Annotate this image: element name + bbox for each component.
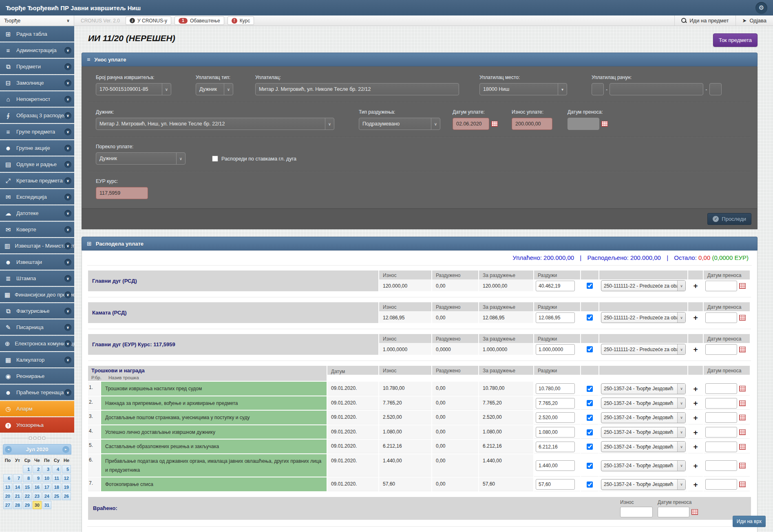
sidebar-item-alarm[interactable]: ◷Аларм xyxy=(0,401,74,416)
sidebar-item-administracija[interactable]: ≡Администрација∨ xyxy=(0,42,74,58)
chevron-down-icon[interactable]: ∨ xyxy=(64,210,71,217)
chevron-down-icon[interactable]: ∨ xyxy=(64,291,71,298)
calendar-day[interactable]: 14 xyxy=(13,483,22,491)
calendar-day[interactable]: 27 xyxy=(3,501,12,509)
account-select[interactable]: 250-1357-24 - Ђорђе Јездовић∨ xyxy=(601,383,686,394)
calendar-icon[interactable] xyxy=(739,315,746,321)
sidebar-item-datoteke[interactable]: ☁Датотеке∨ xyxy=(0,205,74,221)
chevron-down-icon[interactable]: ∨ xyxy=(64,47,71,54)
include-checkbox[interactable] xyxy=(587,481,593,488)
payer-account-part2-input[interactable] xyxy=(610,83,703,95)
payment-amount-input[interactable] xyxy=(512,118,552,130)
calendar-icon[interactable] xyxy=(601,121,608,127)
sidebar-item-fakturisanje[interactable]: ⧉Фактурисање∨ xyxy=(0,303,74,319)
kurs-button[interactable]: ! Курс xyxy=(227,16,254,25)
calendar-day[interactable]: 2 xyxy=(33,465,42,473)
chevron-down-icon[interactable]: ∨ xyxy=(64,79,71,86)
discharge-input[interactable] xyxy=(536,460,575,471)
calendar-icon[interactable] xyxy=(691,509,698,515)
transfer-date-input[interactable] xyxy=(705,460,737,471)
returned-transfer-date-input[interactable] xyxy=(658,507,689,517)
sidebar-item-nepokretnost[interactable]: ⌂Непокретност∨ xyxy=(0,91,74,107)
calendar-day[interactable]: 19 xyxy=(62,483,71,491)
include-checkbox[interactable] xyxy=(587,400,593,406)
chevron-down-icon[interactable]: ∨ xyxy=(64,389,71,396)
include-checkbox[interactable] xyxy=(587,429,593,435)
calendar-icon[interactable] xyxy=(739,444,746,450)
calendar-day[interactable]: 29 xyxy=(23,501,32,509)
sidebar-item-ekspedicija[interactable]: ✉Експедиција∨ xyxy=(0,189,74,204)
add-account-button[interactable]: + xyxy=(693,443,698,451)
add-account-button[interactable]: + xyxy=(693,429,698,436)
payer-type-select[interactable]: Дужник ∨ xyxy=(196,83,233,95)
go-to-case-button[interactable]: Иди на предмет xyxy=(674,15,735,26)
calendar-day[interactable]: 21 xyxy=(13,492,22,500)
chevron-down-icon[interactable]: ∨ xyxy=(64,128,71,135)
add-account-button[interactable]: + xyxy=(693,414,698,422)
calendar-day[interactable]: 1 xyxy=(23,465,32,473)
calendar-prev-button[interactable]: ◄ xyxy=(5,446,12,453)
sidebar-item-predmeti[interactable]: ⧉Предмети∨ xyxy=(0,59,74,74)
transfer-date-input[interactable] xyxy=(705,427,737,437)
calendar-icon[interactable] xyxy=(739,400,746,406)
calendar-day[interactable]: 9 xyxy=(33,474,42,482)
add-account-button[interactable]: + xyxy=(693,282,698,290)
calendar-day-selected[interactable]: 30 xyxy=(33,501,42,509)
sidebar-item-finansijski-deo[interactable]: ▦Финансијски део предмета∨ xyxy=(0,287,74,302)
discharge-input[interactable] xyxy=(536,312,575,323)
sidebar-item-koverte[interactable]: ✉Коверте∨ xyxy=(0,222,74,237)
sidebar-item-grupne-akcije[interactable]: ☻Групне акције∨ xyxy=(0,140,74,156)
calendar-day[interactable]: 24 xyxy=(42,492,51,500)
calendar-day[interactable]: 26 xyxy=(62,492,71,500)
calendar-day[interactable]: 10 xyxy=(42,474,51,482)
include-checkbox[interactable] xyxy=(587,346,593,352)
add-account-button[interactable]: + xyxy=(693,462,698,470)
include-checkbox[interactable] xyxy=(587,444,593,450)
add-account-button[interactable]: + xyxy=(693,314,698,321)
add-account-button[interactable]: + xyxy=(693,481,698,488)
transfer-date-input[interactable] xyxy=(705,412,737,423)
calendar-day[interactable]: 17 xyxy=(42,483,51,491)
discharge-input[interactable] xyxy=(536,281,575,291)
sidebar-item-kretanje-predmeta[interactable]: ⤢Кретање предмета∨ xyxy=(0,173,74,188)
calendar-day[interactable]: 23 xyxy=(33,492,42,500)
user-select[interactable]: Ђорђе ∨ xyxy=(0,15,74,26)
discharge-input[interactable] xyxy=(536,398,575,409)
calendar-icon[interactable] xyxy=(739,415,746,420)
sidebar-item-obrazac-3[interactable]: ∮Образац 3 расподела∨ xyxy=(0,108,74,123)
calendar-icon[interactable] xyxy=(739,386,746,391)
transfer-date-input[interactable] xyxy=(705,398,737,409)
include-checkbox[interactable] xyxy=(587,314,593,321)
calendar-day[interactable]: 28 xyxy=(13,501,22,509)
eur-rate-input[interactable] xyxy=(96,187,148,199)
transfer-date-input[interactable] xyxy=(705,312,737,323)
transfer-date-input[interactable] xyxy=(705,344,737,355)
calendar-day[interactable]: 5 xyxy=(62,465,71,473)
chevron-down-icon[interactable]: ∨ xyxy=(64,226,71,233)
debtor-select[interactable]: Митар Ј. Митровић, Ниш, ул. Николе Тесле… xyxy=(96,118,334,130)
payment-date-input[interactable] xyxy=(453,118,489,130)
calendar-day[interactable]: 15 xyxy=(23,483,32,491)
chevron-down-icon[interactable]: ∨ xyxy=(64,145,71,152)
chevron-down-icon[interactable]: ∨ xyxy=(64,259,71,266)
calendar-day[interactable]: 11 xyxy=(52,474,61,482)
include-checkbox[interactable] xyxy=(587,386,593,392)
returned-amount-input[interactable] xyxy=(620,507,653,517)
chevron-down-icon[interactable]: ∨ xyxy=(64,324,71,331)
calendar-day[interactable]: 8 xyxy=(23,474,32,482)
sidebar-item-pracenje-terenaca[interactable]: ☻Праћење теренаца∨ xyxy=(0,385,74,400)
chevron-down-icon[interactable]: ∨ xyxy=(64,340,71,347)
add-account-button[interactable]: + xyxy=(693,345,698,353)
chevron-down-icon[interactable]: ∨ xyxy=(64,161,71,168)
calendar-day[interactable]: 25 xyxy=(52,492,61,500)
discharge-input[interactable] xyxy=(536,383,575,394)
chevron-down-icon[interactable]: ∨ xyxy=(64,308,71,314)
sidebar-item-izvestaji[interactable]: ☻Извештаји∨ xyxy=(0,254,74,270)
settings-button[interactable]: ⚙ xyxy=(755,2,767,14)
payer-account-part3-input[interactable] xyxy=(709,83,722,95)
calendar-next-button[interactable]: ► xyxy=(62,446,69,453)
account-select[interactable]: 250-1357-24 - Ђорђе Јездовић∨ xyxy=(601,398,686,409)
calendar-day[interactable]: 3 xyxy=(42,465,51,473)
calendar-icon[interactable] xyxy=(739,429,746,435)
discharge-type-select[interactable]: Подразумевано ∨ xyxy=(359,118,440,130)
